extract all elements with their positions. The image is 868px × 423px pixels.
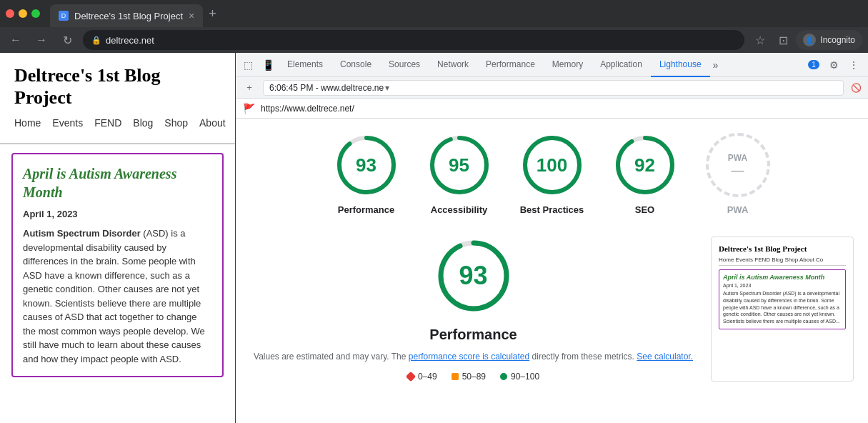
legend-orange-label: 50–89: [462, 372, 486, 382]
score-performance: 93 Performance: [334, 133, 399, 215]
address-bar: ← → ↻ 🔒 deltrece.net ☆ ⊡ 👤 Incognito: [0, 27, 868, 53]
performance-label: Performance: [338, 204, 394, 215]
tab-favicon: D: [59, 11, 69, 21]
performance-score: 93: [356, 154, 376, 176]
preview-date: April 1, 2023: [723, 283, 842, 288]
blog-body: Autism Spectrum Disorder (ASD) is a deve…: [23, 227, 212, 366]
preview-card: April is Autism Awareness Month April 1,…: [719, 269, 846, 329]
perf-title: Performance: [250, 327, 697, 343]
blog-body-text: (ASD) is a developmental disability caus…: [23, 228, 205, 364]
legend-orange: 50–89: [452, 372, 486, 382]
tab-application[interactable]: Application: [592, 53, 651, 77]
score-best-practices: 100 Best Practices: [520, 133, 584, 215]
scores-row: 93 Performance 95 Accessibility: [250, 133, 854, 215]
score-accessibility: 95 Accessibility: [427, 133, 492, 215]
devtools-settings-button[interactable]: ⚙: [825, 56, 842, 74]
blog-card: April is Autism Awareness Month April 1,…: [11, 153, 224, 377]
tab-lighthouse[interactable]: Lighthouse: [651, 53, 710, 77]
best-practices-score: 100: [537, 154, 567, 176]
tab-close-button[interactable]: ×: [189, 10, 194, 21]
address-field[interactable]: 🔒 deltrece.net: [83, 30, 744, 50]
reload-button[interactable]: ↻: [57, 30, 77, 50]
titlebar: D Deltrece's 1st Blog Project × +: [0, 0, 868, 27]
devtools-url-row: 🚩 https://www.deltrece.net/: [236, 99, 868, 119]
profile-icon: 👤: [803, 34, 816, 46]
score-pwa: PWA — PWA: [706, 133, 770, 215]
new-tab-button[interactable]: +: [209, 6, 216, 21]
tab-memory[interactable]: Memory: [544, 53, 592, 77]
nav-events[interactable]: Events: [52, 117, 83, 129]
add-button[interactable]: +: [241, 80, 257, 96]
legend-red-dot: [406, 372, 416, 382]
url-bar-dropdown[interactable]: ▾: [385, 83, 389, 93]
devtools-more-button[interactable]: ⋮: [845, 56, 862, 74]
lock-icon: 🔒: [91, 36, 101, 45]
nav-fend[interactable]: FEND: [94, 117, 121, 129]
profile-button[interactable]: 👤 Incognito: [796, 30, 862, 50]
devtools-badge-button[interactable]: 1: [805, 56, 822, 74]
preview-body: Autism Spectrum Disorder (ASD) is a deve…: [723, 290, 842, 325]
blog-date: April 1, 2023: [23, 209, 212, 219]
score-seo: 92 SEO: [613, 133, 677, 215]
bottom-section: 93 Performance Values are estimated and …: [250, 237, 854, 382]
nav-blog[interactable]: Blog: [133, 117, 153, 129]
more-tabs-button[interactable]: »: [710, 59, 722, 71]
legend-green-dot: [500, 373, 507, 380]
tab-bar: D Deltrece's 1st Blog Project × +: [50, 0, 862, 27]
url-bar-time: 6:06:45 PM - www.deltrece.ne: [269, 83, 384, 93]
devtools-badge: 1: [808, 60, 819, 69]
tab-sources[interactable]: Sources: [380, 53, 429, 77]
site-nav: Home Events FEND Blog Shop About: [14, 117, 221, 129]
tab-elements[interactable]: Elements: [279, 53, 331, 77]
performance-detail: 93 Performance Values are estimated and …: [250, 237, 697, 382]
close-traffic-light[interactable]: [6, 9, 14, 18]
nav-shop[interactable]: Shop: [164, 117, 188, 129]
devtools-toolbar2: + 6:06:45 PM - www.deltrece.ne ▾ 🚫: [236, 77, 868, 99]
lighthouse-content: 93 Performance 95 Accessibility: [236, 119, 868, 423]
inspect-tool-button[interactable]: ⬚: [239, 56, 257, 74]
best-practices-label: Best Practices: [520, 204, 584, 215]
perf-large-circle: 93: [434, 237, 513, 315]
tab-network[interactable]: Network: [429, 53, 477, 77]
pwa-dash: —: [732, 163, 744, 178]
tab-performance[interactable]: Performance: [477, 53, 544, 77]
perf-score-link[interactable]: performance score is calculated: [409, 352, 529, 362]
perf-calculator-link[interactable]: See calculator.: [637, 352, 693, 362]
minimize-traffic-light[interactable]: [19, 9, 27, 18]
preview-nav: Home Events FEND Blog Shop About Co: [719, 257, 846, 266]
pwa-label-top: PWA: [728, 153, 747, 163]
devtools-tabs-toolbar: ⬚ 📱 Elements Console Sources Network Per…: [236, 53, 868, 77]
site-divider: [0, 143, 235, 144]
bookmark-icon[interactable]: ☆: [750, 30, 770, 50]
performance-circle: 93: [334, 133, 399, 197]
legend-orange-dot: [452, 373, 459, 380]
tab-title: Deltrece's 1st Blog Project: [74, 11, 183, 21]
nav-about[interactable]: About: [199, 117, 226, 129]
legend-red: 0–49: [407, 372, 437, 382]
tab-console[interactable]: Console: [331, 53, 380, 77]
legend-red-label: 0–49: [418, 372, 437, 382]
back-button[interactable]: ←: [6, 30, 26, 50]
site-header: Deltrece's 1st Blog Project Home Events …: [0, 53, 235, 143]
maximize-traffic-light[interactable]: [31, 9, 40, 18]
toolbar-icons: ☆ ⊡ 👤 Incognito: [750, 30, 862, 50]
seo-circle: 92: [613, 133, 677, 197]
devtools-right-icons: 1 ⚙ ⋮: [805, 56, 865, 74]
split-icon[interactable]: ⊡: [773, 30, 793, 50]
accessibility-circle: 95: [427, 133, 492, 197]
forward-button[interactable]: →: [31, 30, 51, 50]
blog-body-strong: Autism Spectrum Disorder: [23, 228, 141, 239]
device-tool-button[interactable]: 📱: [259, 56, 277, 74]
preview-card-title: April is Autism Awareness Month: [723, 274, 842, 281]
perf-desc: Values are estimated and may vary. The p…: [250, 350, 697, 363]
legend-green-label: 90–100: [511, 372, 539, 382]
main-content: Deltrece's 1st Blog Project Home Events …: [0, 53, 868, 423]
site-title: Deltrece's 1st Blog Project: [14, 64, 221, 109]
legend-row: 0–49 50–89 90–100: [250, 372, 697, 382]
nav-home[interactable]: Home: [14, 117, 41, 129]
accessibility-score: 95: [449, 154, 469, 176]
pwa-label: PWA: [727, 204, 749, 215]
browser-tab[interactable]: D Deltrece's 1st Blog Project ×: [50, 4, 203, 27]
legend-green: 90–100: [500, 372, 539, 382]
clear-button[interactable]: 🚫: [849, 81, 862, 94]
